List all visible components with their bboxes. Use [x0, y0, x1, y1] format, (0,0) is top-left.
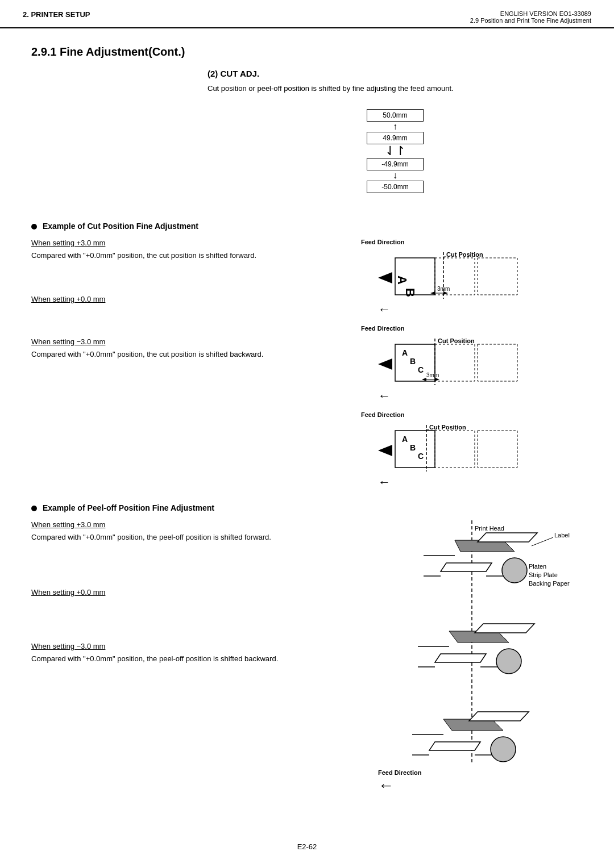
svg-text:Backing Paper: Backing Paper [529, 580, 570, 587]
peel-section-title: Example of Peel-off Position Fine Adjust… [31, 503, 583, 512]
feed-arrow-3: ← [378, 475, 391, 489]
svg-rect-17 [435, 344, 475, 381]
range-diagram: 50.0mm ↑ 49.9mm ⇃↾ -49.9mm ↓ -50.0mm [361, 109, 429, 193]
cut-diagram-2: Feed Direction A B C [361, 325, 583, 403]
range-upper: 49.9mm [367, 132, 424, 144]
svg-text:Strip Plate: Strip Plate [529, 571, 558, 578]
cut-diagram-1-svg: A B C [361, 247, 577, 301]
cut-setting-1: When setting +3.0 mm Compared with "+0.0… [31, 239, 344, 261]
cut-diagram-2-svg: A B C 3mm Cut Position [361, 333, 577, 387]
cut-section: Example of Cut Position Fine Adjustment … [31, 222, 583, 490]
peel-setting-1-desc: Compared with "+0.0mm" position, the pee… [31, 532, 344, 543]
svg-marker-57 [469, 712, 529, 721]
svg-text:A: A [402, 348, 408, 357]
doc-id: ENGLISH VERSION EO1-33089 [470, 10, 591, 17]
svg-point-52 [496, 649, 521, 674]
cut-adj-label: (2) CUT ADJ. [208, 69, 583, 78]
cut-diagrams: Feed Direction A B C [361, 239, 583, 490]
svg-marker-25 [378, 445, 392, 456]
bullet-dot [31, 224, 37, 229]
range-icon: ⇃↾ [385, 144, 405, 158]
svg-text:Print Head: Print Head [475, 525, 504, 532]
svg-text:B: B [410, 357, 416, 366]
peel-setting-2-title: When setting +0.0 mm [31, 588, 344, 596]
svg-marker-40 [478, 533, 537, 542]
page: 2. PRINTER SETUP ENGLISH VERSION EO1-330… [0, 0, 614, 868]
cut-diagram-1: Feed Direction A B C [361, 239, 583, 317]
peel-diagram-svg: Print Head Label [361, 520, 577, 765]
svg-point-42 [502, 558, 527, 583]
peel-setting-3-title: When setting −3.0 mm [31, 642, 344, 650]
cut-diagram-3: Feed Direction A B C Cut Position [361, 411, 583, 490]
svg-marker-0 [378, 272, 392, 283]
range-arrow-up: ↑ [393, 122, 397, 131]
svg-rect-4 [478, 258, 517, 295]
cut-setting-3: When setting −3.0 mm Compared with "+0.0… [31, 337, 344, 360]
section-title: 2.9.1 Fine Adjustment(Cont.) [31, 45, 583, 59]
svg-marker-58 [429, 742, 480, 750]
peel-setting-3: When setting −3.0 mm Compared with "+0.0… [31, 642, 344, 665]
svg-text:C: C [418, 365, 424, 374]
svg-rect-30 [435, 431, 475, 468]
svg-marker-50 [475, 624, 534, 633]
page-number: E2-62 [297, 842, 317, 851]
svg-text:A: A [402, 435, 408, 444]
svg-marker-41 [441, 563, 492, 571]
cut-setting-1-title: When setting +3.0 mm [31, 239, 344, 247]
feed-label-2: Feed Direction [361, 325, 583, 332]
svg-marker-21 [422, 378, 426, 381]
cut-section-title: Example of Cut Position Fine Adjustment [31, 222, 583, 231]
feed-arrow-2: ← [378, 389, 391, 403]
peel-setting-2: When setting +0.0 mm [31, 588, 344, 596]
cut-setting-2: When setting +0.0 mm [31, 295, 344, 303]
svg-text:Label: Label [554, 532, 570, 539]
cut-setting-3-desc: Compared with "+0.0mm" position, the cut… [31, 349, 344, 360]
section-ref: 2.9 Position and Print Tone Fine Adjustm… [470, 17, 591, 24]
svg-rect-18 [478, 344, 517, 381]
svg-text:Cut Position: Cut Position [438, 337, 475, 344]
footer: E2-62 [0, 842, 614, 851]
cut-diagram-3-svg: A B C Cut Position [361, 419, 577, 473]
range-arrow-down: ↓ [393, 171, 397, 180]
svg-point-59 [491, 737, 516, 762]
svg-text:Cut Position: Cut Position [446, 251, 483, 258]
header-right: ENGLISH VERSION EO1-33089 2.9 Position a… [470, 10, 591, 24]
cut-adj-desc: Cut position or peel-off position is shi… [208, 83, 583, 94]
svg-text:A
                B
          : A B C [395, 276, 425, 301]
svg-text:Cut Position: Cut Position [429, 424, 466, 431]
feed-label-3: Feed Direction [361, 411, 583, 418]
peel-setting-1: When setting +3.0 mm Compared with "+0.0… [31, 520, 344, 543]
peel-setting-1-title: When setting +3.0 mm [31, 520, 344, 529]
cut-setting-3-title: When setting −3.0 mm [31, 337, 344, 346]
range-bottom: -50.0mm [367, 181, 424, 193]
svg-rect-31 [478, 431, 517, 468]
peel-feed-label: Feed Direction [378, 769, 421, 776]
svg-marker-12 [378, 358, 392, 370]
peel-setting-3-desc: Compared with "+0.0mm" position, the pee… [31, 653, 344, 665]
peel-bullet-dot [31, 506, 37, 511]
svg-line-38 [532, 537, 553, 546]
peel-feed-arrow: ← [378, 777, 394, 794]
range-lower: -49.9mm [367, 158, 424, 170]
peel-section: Example of Peel-off Position Fine Adjust… [31, 503, 583, 795]
cut-setting-1-desc: Compared with "+0.0mm" position, the cut… [31, 250, 344, 261]
feed-label-1: Feed Direction [361, 239, 583, 245]
svg-marker-51 [435, 654, 486, 662]
svg-text:B: B [410, 443, 416, 452]
svg-text:3mm: 3mm [426, 372, 439, 378]
range-top: 50.0mm [367, 109, 424, 122]
feed-arrow-1: ← [378, 302, 391, 316]
svg-text:C: C [418, 452, 424, 461]
svg-text:3mm: 3mm [437, 286, 450, 292]
cut-setting-2-title: When setting +0.0 mm [31, 295, 344, 303]
svg-marker-7 [430, 291, 435, 295]
peel-diagrams: Print Head Label [361, 520, 583, 795]
header: 2. PRINTER SETUP ENGLISH VERSION EO1-330… [0, 0, 614, 28]
header-section: 2. PRINTER SETUP [23, 10, 90, 19]
content: 2.9.1 Fine Adjustment(Cont.) (2) CUT ADJ… [0, 28, 614, 821]
svg-text:Platen: Platen [529, 563, 546, 570]
